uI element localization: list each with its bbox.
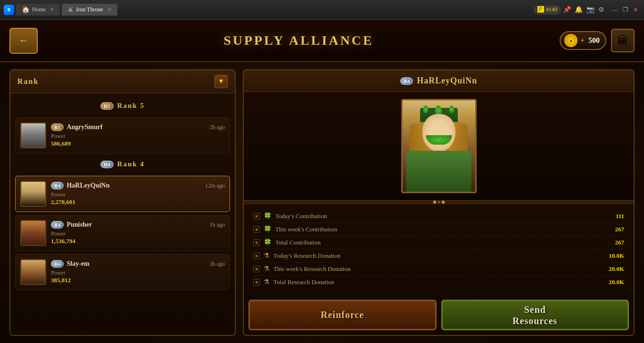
member-time: 12m ago	[205, 182, 225, 189]
stat-value: 267	[615, 239, 625, 246]
stat-value: 111	[616, 212, 624, 220]
back-button[interactable]: ←	[9, 28, 38, 54]
stat-checkbox: ■	[253, 279, 260, 286]
stat-value: 267	[615, 226, 625, 233]
member-row[interactable]: R4 HaRLeyQuiNn 12m ago Power 2,278,601	[15, 176, 230, 212]
power-label: Power	[51, 270, 225, 277]
member-rank-badge: R4	[51, 182, 64, 189]
camera-icon[interactable]: 📷	[586, 6, 594, 14]
stat-row: ■ 🍀 Today's Contribution 111	[253, 210, 624, 223]
stat-label: This week's Research Donation	[273, 265, 351, 273]
bell-icon[interactable]: 🔔	[575, 6, 583, 14]
rank-list: R5 Rank 5 R5 AngrySmurf 2h ago Power	[10, 93, 235, 335]
right-panel: R4 HaRLeyQuiNn	[243, 69, 635, 336]
game-area: ← SUPPLY ALLIANCE ● + 500 🏛 Rank ▼	[0, 20, 644, 343]
profile-header: R4 HaRLeyQuiNn	[244, 70, 634, 92]
power-value: 2,278,601	[51, 198, 225, 206]
stat-checkbox: ■	[253, 226, 260, 233]
coin-icon: ●	[564, 34, 578, 47]
research-icon: ⚗	[264, 265, 270, 273]
bluestacks-logo: B	[4, 5, 14, 15]
stat-value: 20.0K	[609, 265, 624, 273]
member-time: 3h ago	[210, 261, 225, 268]
stat-label: Today's Research Donation	[273, 252, 340, 260]
tab-home[interactable]: 🏠 Home ✕	[16, 4, 60, 16]
profile-portrait	[401, 99, 477, 193]
research-icon: ⚗	[264, 252, 270, 260]
stat-label: This week's Contribution	[275, 226, 337, 233]
minimize-button[interactable]: —	[610, 6, 620, 14]
tab-iron-throne[interactable]: ⚔ Iron Throne ✕	[62, 4, 117, 16]
member-name: Punisher	[66, 221, 92, 229]
points-display: 🅿 4140	[534, 5, 561, 15]
power-value: 385,812	[51, 277, 225, 284]
profile-rank-badge: R4	[400, 77, 413, 85]
stat-row: ■ 🍀 This week's Contribution 267	[253, 223, 624, 236]
power-value: 1,536,794	[51, 237, 225, 245]
reinforce-button[interactable]: Reinforce	[248, 300, 437, 330]
rank-dropdown[interactable]: ▼	[215, 75, 228, 88]
member-rank-badge: R4	[51, 260, 64, 268]
settings-icon[interactable]: ⚙	[598, 6, 604, 14]
member-name: Slay-em	[66, 260, 89, 268]
contribution-icon: 🍀	[264, 212, 272, 220]
member-info: R4 Slay-em 3h ago Power 385,812	[51, 260, 225, 284]
stat-label: Total Contribution	[275, 239, 321, 246]
send-resources-button[interactable]: SendResources	[441, 300, 629, 330]
toolbar-icons: 📌 🔔 📷 ⚙	[563, 6, 604, 14]
stat-value: 20.0K	[609, 278, 624, 286]
coin-display: ● + 500	[560, 31, 606, 50]
contribution-icon: 🍀	[264, 238, 272, 246]
profile-name: HaRLeyQuiNn	[417, 76, 477, 86]
stat-checkbox: ■	[253, 266, 260, 272]
rank5-badge: R5	[100, 102, 113, 110]
member-time: 1h ago	[210, 221, 225, 229]
avatar	[20, 259, 46, 285]
rank4-badge: R4	[100, 161, 113, 168]
avatar	[20, 181, 46, 207]
stat-row: ■ ⚗ Total Research Donation 20.0K	[253, 276, 624, 288]
stat-row: ■ 🍀 Total Contribution 267	[253, 236, 624, 249]
rank5-section-header: R5 Rank 5	[15, 98, 230, 114]
stat-row: ■ ⚗ Today's Research Donation 10.0K	[253, 249, 624, 262]
stats-divider	[244, 200, 634, 204]
left-panel: Rank ▼ R5 Rank 5 R5 Angr	[9, 69, 236, 336]
contribution-icon: 🍀	[264, 225, 272, 233]
rank4-title: Rank 4	[117, 160, 145, 168]
member-rank-badge: R5	[51, 123, 64, 131]
power-label: Power	[51, 133, 225, 140]
stats-area: ■ 🍀 Today's Contribution 111 ■ 🍀 This we…	[244, 204, 634, 295]
avatar	[20, 220, 46, 246]
game-topbar: ← SUPPLY ALLIANCE ● + 500 🏛	[0, 20, 644, 62]
research-icon: ⚗	[264, 278, 270, 286]
stat-checkbox: ■	[253, 239, 260, 246]
bluestacks-topbar: B 🏠 Home ✕ ⚔ Iron Throne ✕ 🅿 4140 📌 🔔 📷 …	[0, 0, 644, 20]
member-rank-badge: R4	[51, 221, 64, 229]
window-controls: — ❐ ✕	[610, 6, 640, 14]
stat-label: Today's Contribution	[275, 212, 327, 220]
member-info: R4 Punisher 1h ago Power 1,536,794	[51, 221, 225, 245]
member-row[interactable]: R4 Punisher 1h ago Power 1,536,794	[15, 215, 230, 251]
rank-header: Rank ▼	[10, 70, 235, 93]
stat-label: Total Research Donation	[273, 278, 334, 286]
member-info: R4 HaRLeyQuiNn 12m ago Power 2,278,601	[51, 182, 225, 206]
rank-dropdown-label: Rank	[17, 77, 39, 86]
power-value: 586,689	[51, 140, 225, 147]
stat-checkbox: ■	[253, 213, 260, 220]
portrait-area	[244, 92, 634, 200]
member-info: R5 AngrySmurf 2h ago Power 586,689	[51, 123, 225, 147]
avatar	[20, 122, 46, 148]
member-time: 2h ago	[210, 124, 225, 131]
close-button[interactable]: ✕	[631, 6, 640, 14]
restore-button[interactable]: ❐	[621, 6, 630, 14]
member-row[interactable]: R5 AngrySmurf 2h ago Power 586,689	[15, 117, 230, 154]
building-button[interactable]: 🏛	[611, 29, 635, 52]
rank4-section-header: R4 Rank 4	[15, 156, 230, 172]
stat-value: 10.0K	[609, 252, 624, 260]
member-row[interactable]: R4 Slay-em 3h ago Power 385,812	[15, 254, 230, 290]
pin-icon[interactable]: 📌	[563, 6, 571, 14]
action-buttons: Reinforce SendResources	[244, 295, 634, 335]
member-name: AngrySmurf	[66, 123, 102, 131]
coin-value: 500	[588, 36, 600, 45]
stat-row: ■ ⚗ This week's Research Donation 20.0K	[253, 262, 624, 276]
